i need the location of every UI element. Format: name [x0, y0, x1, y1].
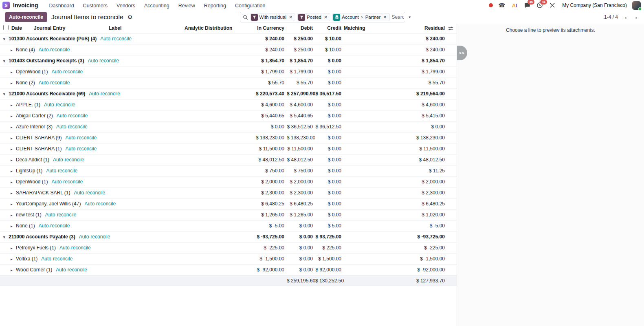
caret-down-icon[interactable]: ▾	[3, 92, 9, 96]
auto-reconcile-link[interactable]: Auto-reconcile	[100, 36, 132, 42]
auto-reconcile-link[interactable]: Auto-reconcile	[41, 256, 73, 262]
caret-right-icon[interactable]: ▸	[11, 191, 16, 195]
partner-row[interactable]: ▸CLIENT SAHARA (1)Auto-reconcile$ 11,500…	[0, 143, 457, 154]
caret-right-icon[interactable]: ▸	[11, 169, 16, 173]
partner-row[interactable]: ▸Wood Corner (1)Auto-reconcile$ -92,000.…	[0, 264, 457, 275]
ai-assistant-icon[interactable]: AI	[511, 2, 518, 9]
partner-row[interactable]: ▸SAHARAPACK SARL (1)Auto-reconcile$ 2,30…	[0, 187, 457, 198]
nav-menu-vendors[interactable]: Vendors	[112, 1, 140, 10]
pager-previous-button[interactable]: ‹	[622, 13, 630, 22]
auto-reconcile-link[interactable]: Auto-reconcile	[88, 58, 119, 64]
nav-menu-customers[interactable]: Customers	[79, 1, 112, 10]
group-row[interactable]: ▾101403 Outstanding Receipts (3)Auto-rec…	[0, 55, 457, 66]
nav-menu-review[interactable]: Review	[174, 1, 200, 10]
group-row[interactable]: ▾101300 Accounts Receivable (PoS) (4)Aut…	[0, 33, 457, 44]
caret-down-icon[interactable]: ▾	[3, 59, 9, 63]
caret-right-icon[interactable]: ▸	[11, 224, 16, 228]
partner-row[interactable]: ▸new test (1)Auto-reconcile$ 1,265.00$ 1…	[0, 209, 457, 220]
caret-right-icon[interactable]: ▸	[11, 147, 16, 151]
pager-next-button[interactable]: ›	[632, 13, 640, 22]
tools-icon[interactable]	[549, 2, 556, 9]
company-name[interactable]: My Company (San Francisco)	[562, 2, 627, 8]
auto-reconcile-link[interactable]: Auto-reconcile	[39, 47, 70, 53]
partner-row[interactable]: ▸YourCompany, Joel Willis (47)Auto-recon…	[0, 198, 457, 209]
caret-right-icon[interactable]: ▸	[11, 213, 16, 217]
caret-right-icon[interactable]: ▸	[11, 180, 16, 184]
column-header-journal-entry[interactable]: Journal Entry	[34, 24, 109, 33]
partner-row[interactable]: ▸OpenWood (1)Auto-reconcile$ 1,799.00$ 1…	[0, 66, 457, 77]
partner-row[interactable]: ▸Deco Addict (1)Auto-reconcile$ 48,012.5…	[0, 154, 457, 165]
select-all-checkbox[interactable]	[3, 25, 9, 30]
partner-row[interactable]: ▸CLIENT SAHARA (9)Auto-reconcile$ 138,23…	[0, 132, 457, 143]
caret-right-icon[interactable]: ▸	[11, 114, 16, 118]
column-header-credit[interactable]: Credit	[315, 24, 344, 33]
partner-row[interactable]: ▸Petronyx Fuels (1)Auto-reconcile$ -225.…	[0, 242, 457, 253]
group-row[interactable]: ▾121000 Accounts Receivable (69)Auto-rec…	[0, 88, 457, 99]
facet-remove-icon[interactable]: ✕	[288, 15, 293, 20]
auto-reconcile-link[interactable]: Auto-reconcile	[74, 190, 105, 196]
search-input[interactable]	[392, 14, 404, 20]
caret-right-icon[interactable]: ▸	[11, 246, 16, 250]
auto-reconcile-button[interactable]: Auto-reconcile	[5, 12, 47, 22]
partner-row[interactable]: ▸APPLE. (1)Auto-reconcile$ 4,600.00$ 4,6…	[0, 99, 457, 110]
caret-right-icon[interactable]: ▸	[11, 103, 16, 107]
app-name[interactable]: Invoicing	[13, 2, 38, 9]
partner-row[interactable]: ▸None (1)Auto-reconcile$ -5.00$ 0.00$ 5.…	[0, 220, 457, 231]
partner-row[interactable]: ▸Abigail Carter (2)Auto-reconcile$ 5,440…	[0, 110, 457, 121]
caret-right-icon[interactable]: ▸	[11, 268, 16, 272]
caret-right-icon[interactable]: ▸	[11, 136, 16, 140]
panel-expand-toggle[interactable]: >>	[457, 46, 467, 60]
facet-remove-icon[interactable]: ✕	[323, 15, 328, 20]
partner-row[interactable]: ▸None (4)Auto-reconcile$ 240.00$ 250.00$…	[0, 44, 457, 55]
caret-down-icon[interactable]: ▾	[3, 235, 9, 239]
partner-row[interactable]: ▸LightsUp (1)Auto-reconcile$ 750.00$ 750…	[0, 165, 457, 176]
caret-right-icon[interactable]: ▸	[11, 81, 16, 85]
auto-reconcile-link[interactable]: Auto-reconcile	[65, 146, 97, 152]
auto-reconcile-link[interactable]: Auto-reconcile	[45, 212, 77, 218]
caret-down-icon[interactable]: ▾	[3, 37, 9, 41]
group-row[interactable]: ▾211000 Accounts Payable (3)Auto-reconci…	[0, 231, 457, 242]
nav-menu-accounting[interactable]: Accounting	[140, 1, 174, 10]
voip-phone-icon[interactable]: ☎	[498, 2, 506, 9]
auto-reconcile-link[interactable]: Auto-reconcile	[53, 157, 84, 163]
nav-menu-dashboard[interactable]: Dashboard	[44, 1, 78, 10]
messages-icon[interactable]: 36	[523, 2, 531, 9]
activities-clock-icon[interactable]: 41	[536, 2, 543, 9]
partner-row[interactable]: ▸Azure Interior (3)Auto-reconcile$ 0.00$…	[0, 121, 457, 132]
partner-row[interactable]: ▸None (2)Auto-reconcile$ 55.70$ 55.70$ 0…	[0, 77, 457, 88]
caret-right-icon[interactable]: ▸	[11, 202, 16, 206]
caret-right-icon[interactable]: ▸	[11, 158, 16, 162]
column-header-in-currency[interactable]: In Currency	[237, 24, 287, 33]
column-header-debit[interactable]: Debit	[287, 24, 315, 33]
auto-reconcile-link[interactable]: Auto-reconcile	[56, 267, 87, 273]
auto-reconcile-link[interactable]: Auto-reconcile	[46, 168, 77, 174]
caret-right-icon[interactable]: ▸	[11, 70, 16, 74]
auto-reconcile-link[interactable]: Auto-reconcile	[65, 135, 97, 141]
invoicing-app-icon[interactable]: S	[2, 2, 10, 9]
partner-row[interactable]: ▸OpenWood (1)Auto-reconcile$ 2,000.00$ 2…	[0, 176, 457, 187]
avatar[interactable]	[632, 1, 641, 10]
caret-right-icon[interactable]: ▸	[11, 125, 16, 129]
auto-reconcile-link[interactable]: Auto-reconcile	[84, 201, 116, 207]
auto-reconcile-link[interactable]: Auto-reconcile	[39, 80, 70, 86]
action-gear-icon[interactable]: ⚙	[127, 14, 133, 20]
column-header-label[interactable]: Label	[109, 24, 185, 33]
nav-menu-configuration[interactable]: Configuration	[231, 1, 270, 10]
auto-reconcile-link[interactable]: Auto-reconcile	[39, 223, 70, 229]
nav-menu-reporting[interactable]: Reporting	[200, 1, 231, 10]
adjust-columns-icon[interactable]	[447, 26, 454, 31]
caret-right-icon[interactable]: ▸	[11, 48, 16, 52]
auto-reconcile-link[interactable]: Auto-reconcile	[57, 113, 88, 119]
auto-reconcile-link[interactable]: Auto-reconcile	[52, 179, 83, 185]
auto-reconcile-link[interactable]: Auto-reconcile	[52, 69, 83, 75]
auto-reconcile-link[interactable]: Auto-reconcile	[44, 102, 75, 108]
auto-reconcile-link[interactable]: Auto-reconcile	[89, 91, 120, 97]
column-header-analytic-distribution[interactable]: Analytic Distribution	[185, 24, 237, 33]
auto-reconcile-link[interactable]: Auto-reconcile	[59, 245, 91, 251]
auto-reconcile-link[interactable]: Auto-reconcile	[79, 234, 110, 240]
auto-reconcile-link[interactable]: Auto-reconcile	[56, 124, 88, 130]
partner-row[interactable]: ▸Voltixa (1)Auto-reconcile$ -1,500.00$ 0…	[0, 253, 457, 264]
facet-remove-icon[interactable]: ✕	[382, 15, 387, 20]
column-header-matching[interactable]: Matching	[344, 24, 370, 33]
column-header-date[interactable]: Date	[11, 24, 34, 33]
